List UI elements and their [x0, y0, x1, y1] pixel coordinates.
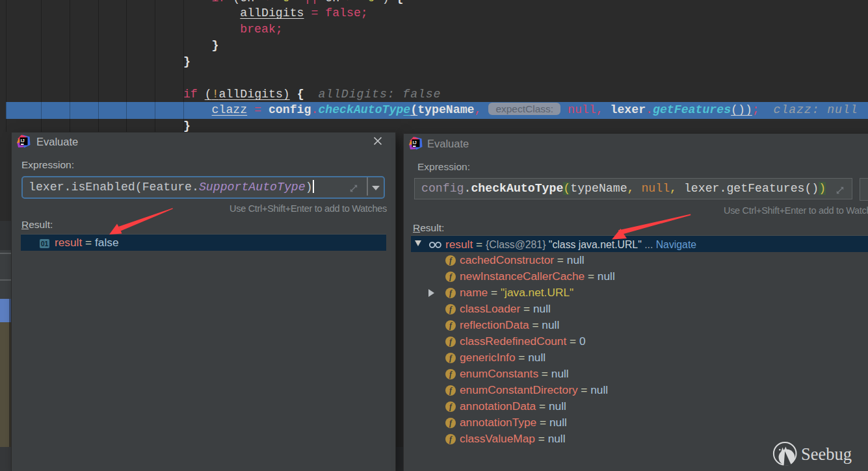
svg-text:IJ: IJ	[21, 138, 25, 143]
svg-text:Seebug: Seebug	[801, 444, 852, 464]
svg-text:IJ: IJ	[413, 140, 417, 145]
